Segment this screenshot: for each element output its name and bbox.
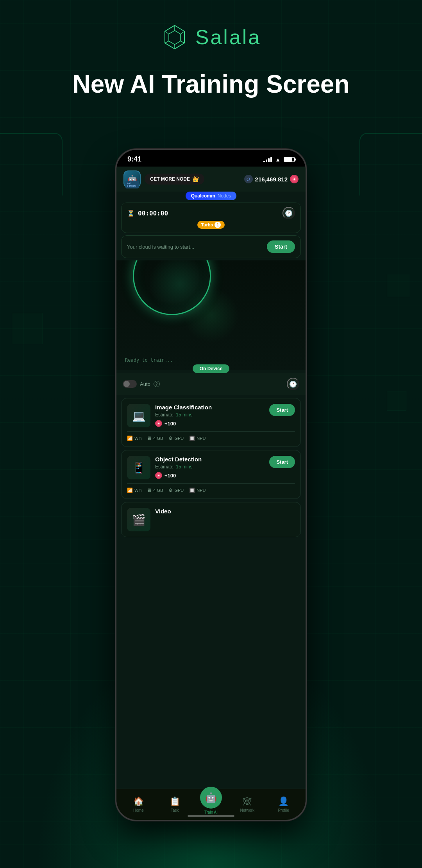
task-estimate-time: 15 mins (176, 412, 192, 418)
home-indicator (188, 815, 234, 817)
history-button[interactable]: 🕐 (283, 207, 295, 219)
battery-icon (284, 157, 295, 162)
task-requirements-0: 📶 Wifi 🖥 4 GB ⚙ GPU 🔲 (127, 431, 295, 441)
on-device-badge: On Device (116, 364, 306, 373)
task-info-2: Object Detection Estimate: 15 mins ✦ +10… (155, 456, 269, 479)
task-start-button-1[interactable]: Start (269, 456, 295, 468)
auto-left: Auto ? (123, 380, 160, 388)
auto-toggle[interactable] (123, 380, 137, 388)
task-info: Image Classification Estimate: 15 mins ✦… (155, 404, 269, 427)
phone-frame: 9:41 ▲ (115, 149, 307, 821)
req-npu-2: 🔲 NPU (189, 488, 206, 493)
network-icon: 🕸 (243, 796, 252, 807)
logo-icon (161, 23, 188, 51)
crown-icon: 👑 (192, 176, 199, 182)
task-image-video: 🎬 (127, 508, 150, 531)
on-device-pill: On Device (193, 364, 230, 373)
nav-profile-label: Profile (278, 808, 289, 812)
profile-icon: 👤 (278, 796, 289, 807)
nav-network[interactable]: 🕸 Network (229, 796, 265, 812)
nav-train-ai-label: Train AI (204, 810, 218, 814)
svg-line-7 (165, 31, 169, 34)
req-gpu-2: ⚙ GPU (168, 488, 184, 493)
task-name: Image Classification (155, 404, 269, 411)
task-estimate-time-2: 15 mins (176, 464, 192, 470)
hourglass-icon: ⏳ (127, 210, 135, 217)
logo-text: Salala (195, 25, 261, 49)
scroll-area: 🤖 12 LEVEL GET MORE NODE 👑 ⬡ (116, 167, 306, 820)
task-name-2: Object Detection (155, 456, 269, 463)
balance-amount: 216,469.812 (255, 176, 288, 183)
task-start-button-0[interactable]: Start (269, 404, 295, 416)
turbo-count: 1 (215, 222, 221, 228)
cloud-waiting-text: Your cloud is waiting to start... (127, 244, 194, 250)
info-icon[interactable]: ? (154, 381, 160, 387)
train-ai-icon: 🤖 (205, 792, 217, 803)
nav-task[interactable]: 📋 Task (157, 796, 193, 812)
task-reward: ✦ +100 (155, 420, 269, 427)
wifi-req-icon: 📶 (127, 436, 133, 441)
req-ram: 🖥 4 GB (147, 436, 163, 441)
status-icons: ▲ (263, 156, 295, 163)
task-image-classification: 💻 (127, 404, 150, 427)
token-icon: ✦ (290, 175, 299, 183)
auto-section: Auto ? 🕐 (116, 373, 306, 395)
balance-area: ⬡ 216,469.812 ✦ (244, 175, 299, 183)
qualcomm-pill: Qualcomm Nodes (186, 192, 237, 200)
bg-decoration-right1 (387, 274, 410, 297)
globe-container (168, 272, 254, 358)
reward-amount: +100 (165, 421, 176, 427)
auto-label: Auto (140, 381, 150, 387)
task-image-detection: 📱 (127, 456, 150, 479)
signal-icon (263, 157, 272, 162)
req-ram-2: 🖥 4 GB (147, 488, 163, 493)
phone-wrapper: 9:41 ▲ (115, 149, 307, 821)
task-content-video: 🎬 Video (127, 508, 295, 531)
req-wifi-2: 📶 Wifi (127, 488, 141, 493)
bg-decoration-right2 (387, 391, 406, 411)
page-title: New AI Training Screen (73, 70, 350, 98)
svg-line-3 (181, 31, 184, 34)
train-ai-center-button[interactable]: 🤖 (200, 787, 222, 809)
logo-container: Salala (161, 23, 261, 51)
turbo-pill: Turbo 1 (197, 221, 225, 229)
reward-icon: ✦ (155, 420, 162, 427)
turbo-badge: Turbo 1 (127, 221, 295, 229)
app-header: Salala New AI Training Screen (0, 0, 422, 98)
nav-home[interactable]: 🏠 Home (120, 796, 157, 812)
home-icon: 🏠 (133, 796, 144, 807)
npu-req-icon-2: 🔲 (189, 488, 195, 493)
phone-screen: 9:41 ▲ (116, 150, 306, 820)
status-bar: 9:41 ▲ (116, 150, 306, 167)
svg-marker-1 (169, 30, 181, 45)
wifi-req-icon-2: 📶 (127, 488, 133, 493)
avatar: 🤖 12 LEVEL (123, 170, 141, 188)
bg-decoration-left (12, 313, 43, 344)
nav-task-label: Task (171, 808, 179, 812)
req-wifi: 📶 Wifi (127, 436, 141, 441)
cloud-start-button[interactable]: Start (267, 240, 295, 253)
status-time: 9:41 (127, 155, 141, 163)
user-badge: 🤖 12 LEVEL GET MORE NODE 👑 (123, 170, 204, 188)
get-more-node-button[interactable]: GET MORE NODE 👑 (145, 174, 204, 185)
turbo-label: Turbo (201, 222, 213, 227)
timer-section: ⏳ 00:00:00 🕐 Turbo 1 (121, 203, 301, 233)
bg-corner-tr (359, 133, 422, 195)
nav-profile[interactable]: 👤 Profile (265, 796, 302, 812)
nav-home-label: Home (133, 808, 144, 812)
svg-line-4 (181, 41, 184, 43)
nav-train-ai[interactable]: 🤖 Train AI (193, 794, 229, 814)
timer-row: ⏳ 00:00:00 🕐 (127, 207, 295, 219)
chain-icon: ⬡ (244, 175, 253, 183)
get-more-label: GET MORE NODE (150, 176, 190, 182)
task-card: 💻 Image Classification Estimate: 15 mins… (121, 398, 301, 447)
req-npu: 🔲 NPU (189, 436, 206, 441)
npu-req-icon: 🔲 (189, 436, 195, 441)
task-icon: 📋 (170, 796, 180, 807)
gpu-req-icon-2: ⚙ (168, 488, 173, 493)
gpu-req-icon: ⚙ (168, 436, 173, 441)
ram-req-icon-2: 🖥 (147, 488, 152, 493)
auto-history-button[interactable]: 🕐 (287, 378, 299, 390)
globe-section: Ready to train... (116, 260, 306, 370)
wifi-icon: ▲ (275, 156, 281, 163)
